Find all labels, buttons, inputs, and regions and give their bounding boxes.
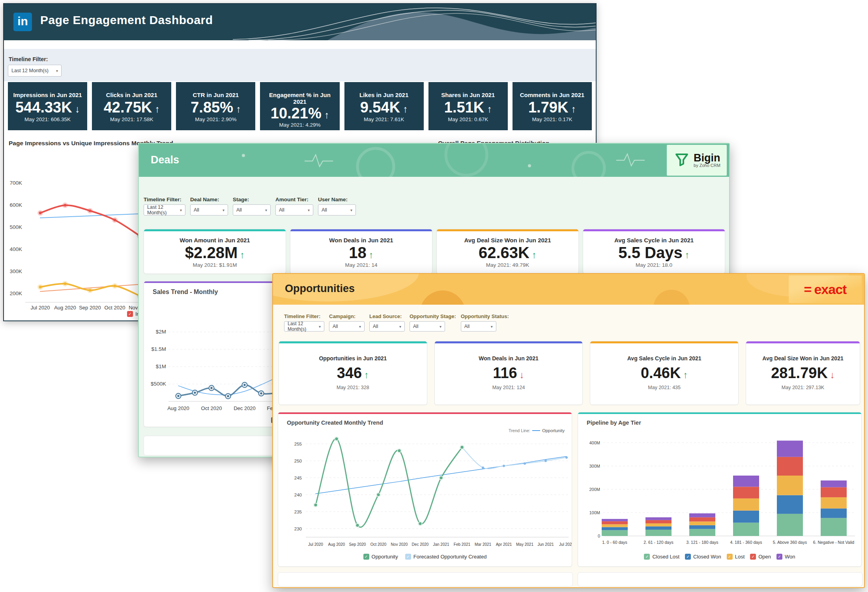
up-arrow-icon: ↑ — [324, 109, 329, 120]
kpi-title: Avg Sales Cycle in Jun 2021 — [614, 237, 694, 244]
kpi-value: 544.33K↓ — [15, 99, 80, 116]
legend-label: Closed Lost — [652, 554, 679, 560]
legend-label: Lost — [735, 554, 745, 560]
svg-text:200M: 200M — [589, 487, 600, 492]
filter-label: Stage: — [233, 197, 271, 202]
svg-text:0: 0 — [598, 534, 600, 538]
legend-item-lost[interactable]: Lost — [727, 554, 745, 560]
up-arrow-icon: ↑ — [369, 249, 374, 260]
up-arrow-icon: ↑ — [532, 249, 537, 260]
kpi-title: Likes in Jun 2021 — [359, 92, 408, 98]
filter-opportunity-stage: Opportunity Stage: All▾ — [410, 313, 456, 332]
up-arrow-icon: ↑ — [685, 249, 690, 260]
kpi-avg-sales-cycle: Avg Sales Cycle in Jun 2021 5.5 Days↑ Ma… — [583, 229, 725, 274]
timeline-filter-value: Last 12 Month(s) — [11, 68, 49, 73]
deal-name-dropdown[interactable]: All▾ — [190, 204, 228, 215]
opportunity-chart-legend: Opportunity Forecasted Opportunity Creat… — [278, 554, 572, 560]
kpi-subtext: May 2021: 0.67K — [448, 116, 488, 122]
filter-label: Deal Name: — [190, 197, 228, 202]
svg-text:500K: 500K — [9, 224, 22, 230]
kpi-value: 62.63K↑ — [479, 244, 537, 262]
legend-checkbox-forecasted[interactable] — [405, 554, 411, 560]
deals-title: Deals — [151, 154, 179, 166]
kpi-title: Won Deals in Jun 2021 — [329, 237, 393, 244]
kpi-value: 7.85%↑ — [191, 99, 241, 116]
kpi-avg-deal-size: Avg Deal Size Won in Jun 2021 281.79K↓ M… — [746, 341, 860, 405]
chevron-down-icon: ▾ — [308, 208, 310, 212]
legend-item-opportunity[interactable]: Opportunity — [363, 554, 398, 560]
kpi-subtext: May 2021: 17.58K — [110, 116, 153, 122]
legend-checkbox-lost[interactable] — [727, 554, 733, 560]
filter-label: User Name: — [318, 197, 356, 202]
bigin-brand-panel: Bigin by Zoho CRM — [667, 145, 727, 176]
legend-item-closed-won[interactable]: Closed Won — [685, 554, 721, 560]
svg-text:400M: 400M — [589, 440, 600, 445]
kpi-subtext: May 2021: 328 — [337, 385, 369, 390]
filter-campaign: Campaign: All▾ — [329, 313, 365, 332]
legend-item-forecasted[interactable]: Forecasted Opportunity Created — [405, 554, 487, 560]
deals-kpi-row: Won Amount in Jun 2021 $2.28M↑ May 2021:… — [144, 229, 725, 274]
svg-text:Nov 2020: Nov 2020 — [391, 542, 408, 547]
timeline-filter-dropdown[interactable]: Last 12 Month(s)▾ — [144, 204, 185, 215]
svg-text:1. 0 - 60 days: 1. 0 - 60 days — [602, 540, 627, 545]
kpi-won-deals: Won Deals in Jun 2021 116↓ May 2021: 124 — [434, 341, 583, 405]
legend-item-open[interactable]: Open — [750, 554, 771, 560]
svg-text:200K: 200K — [9, 290, 22, 296]
svg-text:Apr 2021: Apr 2021 — [496, 542, 512, 547]
svg-text:Sep 2020: Sep 2020 — [349, 542, 366, 547]
svg-text:Jan 2021: Jan 2021 — [433, 542, 449, 547]
legend-checkbox-closed-won[interactable] — [685, 554, 691, 560]
chevron-down-icon: ▾ — [265, 208, 267, 212]
kpi-shares: Shares in Jun 2021 1.51K↑ May 2021: 0.67… — [428, 82, 508, 130]
legend-checkbox-won[interactable] — [776, 554, 782, 560]
timeline-filter-dropdown[interactable]: Last 12 Month(s)▾ — [284, 321, 324, 332]
kpi-title: Engagement % in Jun 2021 — [262, 92, 337, 105]
svg-text:255: 255 — [294, 442, 302, 446]
filter-label: Campaign: — [329, 313, 365, 319]
svg-text:Dec 2020: Dec 2020 — [412, 542, 429, 547]
lead-source-dropdown[interactable]: All▾ — [369, 321, 405, 332]
timeline-filter-dropdown[interactable]: Last 12 Month(s) ▾ — [8, 65, 62, 77]
amount-tier-dropdown[interactable]: All▾ — [275, 204, 313, 215]
legend-checkbox-impressions[interactable] — [127, 311, 133, 317]
legend-item-won[interactable]: Won — [776, 554, 795, 560]
kpi-subtext: May 2021: 435 — [648, 385, 681, 390]
kpi-subtext: May 2021: 606.35K — [24, 116, 71, 122]
kpi-impressions: Impressions in Jun 2021 544.33K↓ May 202… — [8, 82, 87, 130]
legend-checkbox-open[interactable] — [750, 554, 756, 560]
campaign-dropdown[interactable]: All▾ — [329, 321, 365, 332]
opportunity-trend-chart: 255250245240235230Jul 2020Aug 2020Sep 20… — [278, 412, 572, 551]
svg-text:250: 250 — [294, 459, 302, 463]
bigin-logo-subtext: by Zoho CRM — [694, 163, 720, 168]
kpi-title: Won Amount in Jun 2021 — [180, 237, 250, 244]
kpi-subtext: May 2021: 124 — [492, 385, 525, 390]
kpi-title: Clicks in Jun 2021 — [106, 92, 157, 98]
legend-label: Open — [758, 554, 771, 560]
down-arrow-icon: ↓ — [830, 369, 835, 380]
opportunity-status-dropdown[interactable]: All▾ — [461, 321, 496, 332]
filter-timeline: Timeline Filter: Last 12 Month(s)▾ — [144, 197, 185, 215]
kpi-value: 346↑ — [337, 365, 369, 382]
kpi-title: Avg Sales Cycle in Jun 2021 — [627, 355, 702, 362]
svg-text:$500K: $500K — [151, 381, 166, 387]
stage-dropdown[interactable]: All▾ — [233, 204, 271, 215]
legend-item-closed-lost[interactable]: Closed Lost — [644, 554, 679, 560]
svg-text:Oct 2020: Oct 2020 — [105, 305, 125, 311]
kpi-value: 116↓ — [493, 365, 524, 382]
kpi-value: 42.75K↑ — [104, 99, 160, 116]
chevron-down-icon: ▾ — [491, 324, 493, 329]
user-name-dropdown[interactable]: All▾ — [318, 204, 356, 215]
kpi-value: 0.46K↑ — [641, 365, 688, 382]
legend-checkbox-opportunity[interactable] — [363, 554, 369, 560]
svg-text:Feb 2021: Feb 2021 — [454, 542, 471, 547]
svg-text:300M: 300M — [589, 464, 600, 468]
svg-text:4. 181 - 360 days: 4. 181 - 360 days — [730, 540, 762, 545]
legend-checkbox-closed-lost[interactable] — [644, 554, 650, 560]
kpi-value: 9.54K↑ — [360, 99, 408, 116]
kpi-value: 5.5 Days↑ — [618, 244, 689, 262]
up-arrow-icon: ↑ — [571, 103, 576, 114]
kpi-subtext: May 2021: 0.17K — [532, 116, 572, 122]
kpi-avg-deal-size: Avg Deal Size Won in Jun 2021 62.63K↑ Ma… — [436, 229, 579, 274]
filter-label: Amount Tier: — [275, 197, 313, 202]
opportunity-stage-dropdown[interactable]: All▾ — [410, 321, 445, 332]
